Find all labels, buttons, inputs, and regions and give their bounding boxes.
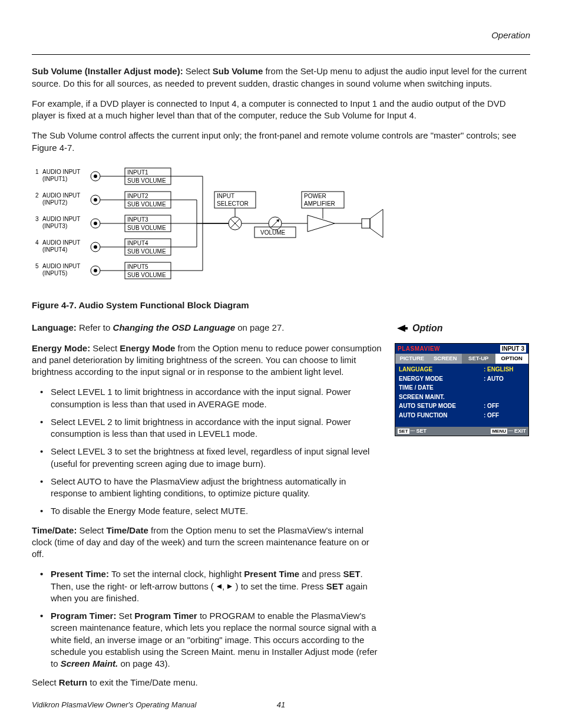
t: to exit the Time/Date menu.: [87, 677, 198, 687]
osd-k: AUTO SETUP MODE: [399, 402, 456, 410]
svg-point-1: [94, 174, 97, 178]
present-word: Present Time: [244, 569, 299, 579]
diag-input-sub: (INPUT3): [42, 223, 67, 229]
diag-box-bot: SUB VOLUME: [127, 201, 166, 207]
diag-box-top: INPUT5: [127, 263, 148, 270]
osd-tab-setup: SET-UP: [462, 354, 495, 364]
osd-brand: PLASMAVIEW: [398, 345, 440, 353]
timedate-lead: Time/Date:: [32, 525, 80, 535]
diag-selector-2: SELECTOR: [217, 200, 249, 207]
para-timedate: Time/Date: Select Time/Date from the Opt…: [32, 525, 382, 561]
diag-amp-2: AMPLIFIER: [304, 200, 335, 207]
osd-tabs: PICTURE SCREEN SET-UP OPTION: [395, 354, 528, 364]
diag-input-num: 3: [35, 216, 39, 222]
t: To set the internal clock, highlight: [111, 569, 244, 579]
svg-marker-59: [370, 209, 383, 238]
svg-marker-60: [217, 584, 222, 589]
diag-box-top: INPUT1: [127, 169, 148, 176]
osd-tab-screen: SCREEN: [429, 354, 462, 364]
diag-input-label: AUDIO INPUT: [42, 239, 80, 246]
para-language: Language: Refer to Changing the OSD Lang…: [32, 322, 382, 334]
para-energy: Energy Mode: Select Energy Mode from the…: [32, 342, 382, 378]
osd-v: [484, 384, 525, 392]
osd-row-language: LANGUAGE: ENGLISH: [399, 365, 525, 374]
section-header: Operation: [32, 29, 530, 41]
t: on page 27.: [235, 322, 284, 332]
timedate-word: Time/Date: [106, 525, 148, 535]
osd-foot-menu-btn: MENU: [491, 429, 507, 434]
bullet: To disable the Energy Mode feature, sele…: [34, 505, 382, 517]
t: Select: [32, 677, 59, 687]
diag-box-top: INPUT3: [127, 216, 148, 223]
osd-row-timedate: TIME / DATE: [399, 383, 525, 393]
side-heading: Option: [397, 322, 530, 335]
t: Refer to: [79, 322, 113, 332]
osd-v: : OFF: [484, 411, 525, 420]
osd-k: ENERGY MODE: [399, 375, 443, 383]
present-lead: Present Time:: [51, 569, 111, 579]
svg-marker-61: [227, 584, 232, 589]
diag-input-label: AUDIO INPUT: [42, 216, 80, 222]
t: ) to set the time. Press: [233, 581, 326, 591]
svg-point-21: [94, 245, 97, 249]
diag-input-sub: (INPUT5): [42, 270, 67, 276]
osd-k: AUTO FUNCTION: [399, 411, 448, 420]
diag-box-top: INPUT4: [127, 240, 148, 246]
bullet: Select LEVEL 1 to limit brightness in ac…: [34, 386, 382, 410]
svg-marker-62: [397, 325, 408, 332]
t: Select: [186, 66, 213, 76]
diag-amp-1: POWER: [304, 193, 326, 199]
diag-box-bot: SUB VOLUME: [127, 272, 166, 278]
language-lead: Language:: [32, 322, 79, 332]
osd-foot-set: ··· SET: [411, 428, 427, 434]
return-word: Return: [59, 677, 87, 687]
svg-point-15: [94, 222, 97, 225]
arrow-left-icon: [397, 325, 408, 332]
osd-v: : ENGLISH: [484, 365, 525, 374]
diag-box-bot: SUB VOLUME: [127, 177, 166, 184]
diag-box-bot: SUB VOLUME: [127, 248, 166, 255]
diag-input-label: AUDIO INPUT: [42, 192, 80, 199]
osd-foot-exit: ··· EXIT: [508, 428, 526, 434]
set-word: SET: [326, 581, 343, 591]
para-master: The Sub Volume control affects the curre…: [32, 130, 530, 154]
bullet: Select LEVEL 3 to set the brightness at …: [34, 446, 382, 470]
diag-selector-1: INPUT: [217, 193, 234, 199]
diag-input-num: 1: [35, 169, 39, 175]
para-return: Select Return to exit the Time/Date menu…: [32, 677, 382, 689]
osd-v: [484, 393, 525, 401]
para-example: For example, if a DVD player is connecte…: [32, 98, 530, 122]
osd-input-badge: INPUT 3: [500, 345, 526, 353]
diag-input-sub: (INPUT1): [42, 176, 67, 182]
timedate-bullets: Present Time: To set the internal clock,…: [32, 568, 382, 670]
osd-row-autofunction: AUTO FUNCTION: OFF: [399, 411, 525, 420]
bullet-present-time: Present Time: To set the internal clock,…: [34, 568, 382, 604]
diag-input-label: AUDIO INPUT: [42, 263, 80, 269]
footer-page-number: 41: [277, 700, 285, 710]
bullet: Select LEVEL 2 to limit brightness in ac…: [34, 416, 382, 440]
diag-input-sub: (INPUT4): [42, 246, 67, 253]
energy-lead: Energy Mode:: [32, 343, 92, 353]
diag-volume: VOLUME: [260, 229, 286, 236]
arrow-right-icon: [227, 584, 233, 589]
osd-foot-set-btn: SET: [398, 429, 409, 434]
bullet-program-timer: Program Timer: Set Program Timer to PROG…: [34, 610, 382, 670]
figure-caption: Figure 4-7. Audio System Functional Bloc…: [32, 299, 530, 311]
osd-menu: PLASMAVIEW INPUT 3 PICTURE SCREEN SET-UP…: [395, 343, 529, 436]
diag-input-num: 2: [35, 192, 39, 199]
rule: [32, 54, 530, 55]
osd-footer: SET··· SET MENU··· EXIT: [395, 427, 528, 436]
svg-marker-55: [308, 215, 335, 232]
diag-input-num: 5: [35, 263, 39, 269]
footer-title: Vidikron PlasmaView Owner's Operating Ma…: [32, 700, 196, 710]
energy-bullets: Select LEVEL 1 to limit brightness in ac…: [32, 386, 382, 517]
diag-input-sub: (INPUT2): [42, 199, 67, 206]
subvolume-word: Sub Volume: [213, 66, 263, 76]
screen-maint-link: Screen Maint.: [61, 658, 118, 668]
bullet: Select AUTO to have the PlasmaView adjus…: [34, 476, 382, 500]
t: Select: [80, 525, 107, 535]
osd-tab-option: OPTION: [495, 354, 529, 364]
para-subvolume: Sub Volume (Installer Adjust mode): Sele…: [32, 65, 530, 90]
page-footer: Vidikron PlasmaView Owner's Operating Ma…: [32, 700, 530, 710]
t: Select: [92, 343, 120, 353]
